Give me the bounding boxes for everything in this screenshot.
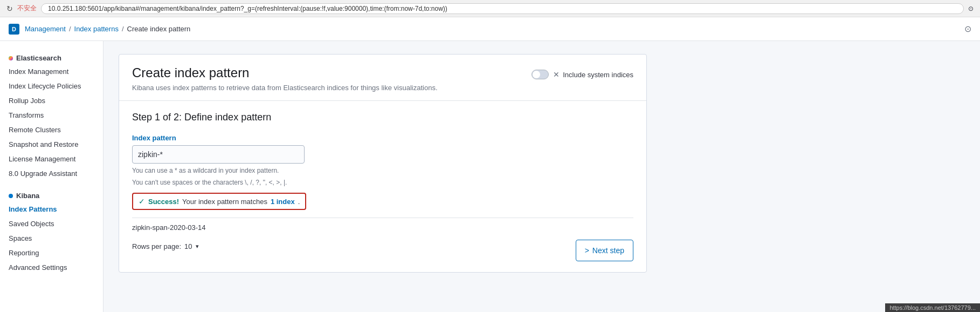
page-settings-icon[interactable]: ⊙ [964,24,971,34]
main-layout: Elasticsearch Index Management Index Lif… [0,41,980,312]
sidebar-item-saved-objects[interactable]: Saved Objects [0,216,103,231]
reload-icon[interactable]: ↻ [6,4,13,13]
breadcrumb-bar: D Management / Index patterns / Create i… [0,17,980,41]
sidebar-item-reporting[interactable]: Reporting [0,246,103,260]
sidebar-item-spaces[interactable]: Spaces [0,231,103,246]
sidebar-item-snapshot-restore[interactable]: Snapshot and Restore [0,137,103,152]
sidebar-item-index-patterns[interactable]: Index Patterns [0,202,103,216]
sidebar: Elasticsearch Index Management Index Lif… [0,41,103,312]
sidebar-item-advanced-settings[interactable]: Advanced Settings [0,260,103,275]
include-system-toggle[interactable]: ✕ Include system indices [532,70,633,79]
close-icon[interactable]: ✕ [553,70,560,79]
sidebar-item-license-management[interactable]: License Management [0,152,103,166]
kibana-logo: D [9,24,19,35]
security-warning: 不安全 [17,4,37,13]
breadcrumb-sep-1: / [69,25,71,33]
main-card: Create index pattern Kibana uses index p… [119,54,647,273]
kibana-icon [9,194,13,198]
next-step-button[interactable]: > Next step [576,240,633,261]
sidebar-item-index-lifecycle[interactable]: Index Lifecycle Policies [0,79,103,93]
content-area: Create index pattern Kibana uses index p… [103,41,980,312]
kibana-section-title: Kibana [0,187,103,202]
toggle-switch[interactable] [532,70,549,79]
include-system-label: Include system indices [563,71,633,79]
success-check-icon: ✓ [139,197,145,206]
success-period: . [298,198,300,206]
rows-per-page[interactable]: Rows per page: 10 ▾ [132,242,633,250]
index-pattern-input[interactable] [132,145,305,164]
breadcrumb-index-patterns[interactable]: Index patterns [74,25,119,33]
page-title: Create index pattern [132,65,438,80]
step-title: Step 1 of 2: Define index pattern [132,112,633,123]
sidebar-item-upgrade-assistant[interactable]: 8.0 Upgrade Assistant [0,166,103,181]
success-label: Success! [148,198,179,206]
index-name: zipkin-span-2020-03-14 [132,223,206,232]
next-step-label: Next step [592,246,624,255]
status-bar: https://blog.csdn.net/13762779... [885,303,980,312]
sidebar-item-rollup-jobs[interactable]: Rollup Jobs [0,93,103,108]
elasticsearch-icon [9,56,13,60]
breadcrumb-management[interactable]: Management [25,25,66,33]
input-hint-line1: You can use a * as a wildcard in your in… [132,166,633,175]
browser-settings-icon[interactable]: ⊙ [968,5,974,12]
footer-url: https://blog.csdn.net/13762779... [889,304,976,311]
card-body: Step 1 of 2: Define index pattern Index … [119,101,646,272]
sidebar-item-remote-clusters[interactable]: Remote Clusters [0,123,103,137]
field-label: Index pattern [132,134,633,142]
next-step-icon: > [585,246,589,255]
success-index-link[interactable]: 1 index [271,198,295,206]
list-item: zipkin-span-2020-03-14 [132,218,633,237]
step-area: Index pattern You can use a * as a wildc… [132,134,633,261]
page-subtitle: Kibana uses index patterns to retrieve d… [132,84,438,92]
index-list: zipkin-span-2020-03-14 [132,218,633,237]
url-bar[interactable]: 10.0.251.180:5601/app/kibana#/management… [41,3,964,14]
success-box: ✓ Success! Your index pattern matches 1 … [132,193,306,210]
browser-bar: ↻ 不安全 10.0.251.180:5601/app/kibana#/mana… [0,0,980,17]
rows-value: 10 [184,242,192,250]
rows-label: Rows per page: [132,242,181,250]
breadcrumb-current: Create index pattern [127,25,191,33]
input-hint-line2: You can't use spaces or the characters \… [132,178,633,187]
breadcrumb-sep-2: / [122,25,124,33]
sidebar-item-index-management[interactable]: Index Management [0,64,103,79]
elasticsearch-section-title: Elasticsearch [0,50,103,64]
card-header: Create index pattern Kibana uses index p… [119,55,646,101]
success-message: Your index pattern matches [182,198,267,206]
sidebar-item-transforms[interactable]: Transforms [0,108,103,123]
chevron-down-icon[interactable]: ▾ [196,243,199,250]
